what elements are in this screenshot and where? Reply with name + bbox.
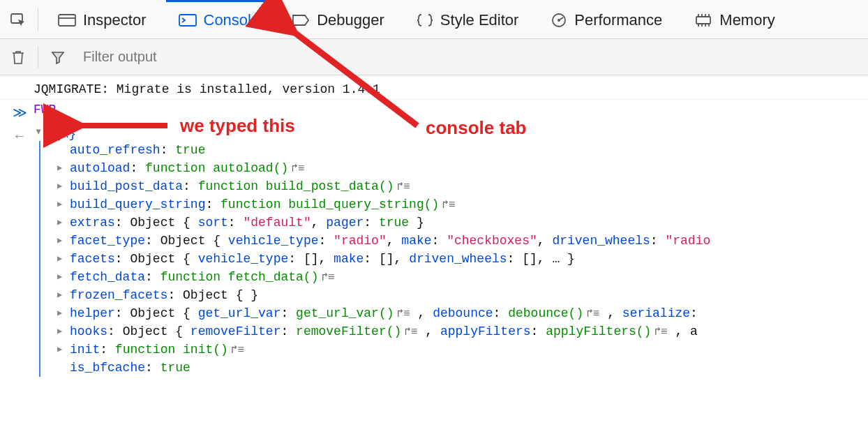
- filter-output-input[interactable]: [77, 46, 862, 68]
- console-log-row: JQMIGRATE: Migrate is installed, version…: [0, 80, 868, 100]
- object-summary[interactable]: {…}: [54, 127, 76, 141]
- performance-icon: [551, 12, 567, 29]
- console-input-text: FWP: [33, 103, 868, 117]
- prop-row[interactable]: ▶build_post_data: function build_post_da…: [57, 177, 868, 195]
- console-input-row[interactable]: ≫ FWP: [0, 100, 868, 124]
- console-output-row: ← ▶ {…} auto_refresh: true ▶autoload: fu…: [0, 124, 868, 380]
- style-editor-icon: [417, 13, 433, 28]
- memory-icon: [694, 13, 712, 27]
- tab-label: Console: [204, 11, 260, 29]
- log-message: JQMIGRATE: Migrate is installed, version…: [33, 82, 868, 96]
- inspector-icon: [58, 13, 76, 28]
- svg-rect-1: [59, 15, 75, 26]
- console-icon: [179, 13, 197, 28]
- console-output: JQMIGRATE: Migrate is installed, version…: [0, 75, 868, 380]
- prop-row[interactable]: is_bfcache: true: [57, 359, 868, 377]
- output-object[interactable]: ▶ {…} auto_refresh: true ▶autoload: func…: [33, 127, 868, 377]
- console-filter-bar: [0, 39, 868, 75]
- tab-inspector[interactable]: Inspector: [45, 0, 159, 38]
- prop-row[interactable]: ▶facet_type: Object { vehicle_type: "rad…: [57, 232, 868, 250]
- svg-rect-3: [179, 15, 196, 26]
- prop-row[interactable]: ▶extras: Object { sort: "default", pager…: [57, 214, 868, 232]
- devtools-tab-bar: Inspector Console Debugger Style Editor …: [0, 0, 868, 39]
- output-arrow-icon: ←: [6, 127, 33, 144]
- prop-row[interactable]: ▶fetch_data: function fetch_data()↱≡: [57, 268, 868, 286]
- trash-icon[interactable]: [6, 45, 31, 70]
- prop-row[interactable]: auto_refresh: true: [57, 141, 868, 159]
- tab-label: Debugger: [317, 11, 384, 29]
- prop-row[interactable]: ▶facets: Object { vehicle_type: [], make…: [57, 250, 868, 268]
- prop-row[interactable]: ▶build_query_string: function build_quer…: [57, 195, 868, 214]
- input-chevron-icon: ≫: [6, 103, 33, 121]
- gutter: [6, 82, 33, 84]
- debugger-icon: [292, 13, 310, 27]
- tab-memory[interactable]: Memory: [682, 0, 787, 38]
- tab-console[interactable]: Console: [166, 0, 273, 38]
- prop-row[interactable]: ▶helper: Object { get_url_var: get_url_v…: [57, 304, 868, 322]
- funnel-icon[interactable]: [45, 45, 70, 70]
- expand-toggle-icon[interactable]: ▶: [33, 130, 44, 140]
- prop-row[interactable]: ▶frozen_facets: Object { }: [57, 286, 868, 304]
- svg-line-6: [559, 17, 563, 20]
- svg-rect-7: [696, 17, 710, 24]
- tab-debugger[interactable]: Debugger: [279, 0, 397, 38]
- prop-row[interactable]: ▶hooks: Object { removeFilter: removeFil…: [57, 322, 868, 341]
- select-element-icon[interactable]: [6, 7, 31, 32]
- tab-label: Performance: [574, 11, 662, 29]
- prop-row[interactable]: ▶autoload: function autoload()↱≡: [57, 159, 868, 177]
- object-properties: auto_refresh: true ▶autoload: function a…: [39, 141, 868, 377]
- separator: [38, 8, 38, 31]
- separator: [38, 46, 38, 68]
- tab-label: Inspector: [83, 11, 147, 29]
- tab-label: Style Editor: [440, 11, 519, 29]
- tab-style-editor[interactable]: Style Editor: [404, 0, 532, 38]
- prop-row[interactable]: ▶init: function init()↱≡: [57, 341, 868, 359]
- tab-label: Memory: [719, 11, 775, 29]
- tab-performance[interactable]: Performance: [538, 0, 675, 38]
